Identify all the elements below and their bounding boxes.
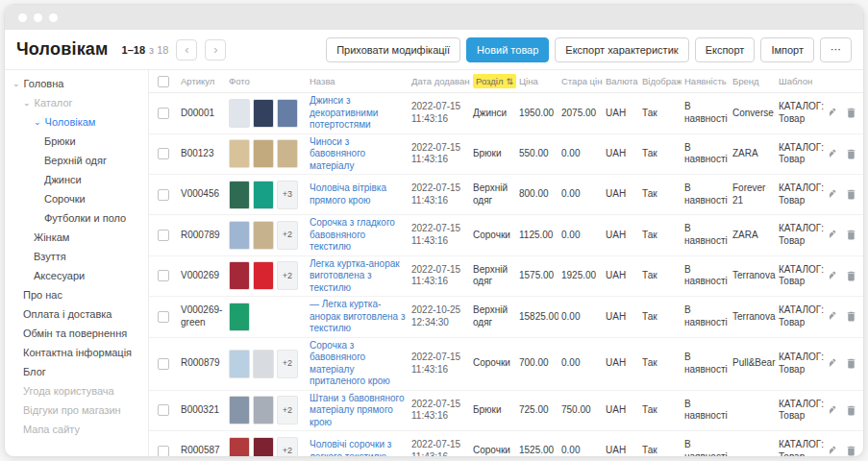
column-header-10[interactable]: Бренд (730, 76, 776, 86)
edit-icon[interactable] (830, 148, 837, 160)
product-photo[interactable] (229, 181, 250, 209)
sidebar-item[interactable]: Мапа сайту (5, 420, 148, 439)
column-header-1[interactable]: Фото (226, 76, 307, 86)
column-header-11[interactable]: Шаблон (776, 76, 830, 86)
product-photo[interactable] (253, 261, 274, 290)
product-name-link[interactable]: Чиноси з бавовняного матеріалу (307, 134, 409, 175)
column-header-0[interactable]: Артикул (178, 76, 226, 86)
delete-icon[interactable] (845, 148, 857, 160)
sidebar-item[interactable]: Про нас (5, 285, 148, 304)
product-photo[interactable] (253, 221, 274, 250)
more-photos-badge[interactable]: +2 (277, 221, 298, 250)
product-photo[interactable] (229, 99, 250, 128)
delete-icon[interactable] (845, 445, 857, 456)
product-name-link[interactable]: Джинси з декоративними потертостями (307, 93, 409, 133)
product-name-link[interactable]: Сорочка з гладкого бавовняного текстилю (307, 215, 409, 255)
new-product-button[interactable]: Новий товар (466, 37, 549, 62)
product-name-link[interactable]: Чоловіча вітрівка прямого крою (307, 181, 409, 208)
row-checkbox[interactable] (158, 270, 169, 281)
row-checkbox[interactable] (158, 230, 169, 241)
sidebar-item[interactable]: Угода користувача (5, 381, 148, 400)
product-photo[interactable] (229, 437, 250, 457)
sidebar-item[interactable]: Оплата і доставка (5, 304, 148, 324)
product-name-link[interactable]: — Легка куртка-анорак виготовлена з текс… (307, 297, 409, 337)
row-checkbox[interactable] (158, 189, 169, 201)
edit-icon[interactable] (830, 445, 837, 456)
product-photo[interactable] (277, 139, 298, 168)
row-checkbox[interactable] (158, 446, 169, 457)
sidebar-item[interactable]: Футболки и поло (5, 208, 148, 228)
row-checkbox[interactable] (158, 311, 169, 323)
sidebar-item[interactable]: Аксесуари (5, 266, 148, 285)
column-header-7[interactable]: Валюта (603, 76, 639, 86)
sidebar-item[interactable]: ⌄Чоловікам (5, 112, 148, 132)
sidebar-item[interactable]: Взуття (5, 247, 148, 266)
hide-modifications-button[interactable]: Приховати модифікації (326, 37, 460, 62)
product-photo[interactable] (253, 99, 274, 128)
select-all-checkbox[interactable] (158, 76, 169, 87)
delete-icon[interactable] (845, 357, 857, 370)
more-photos-badge[interactable]: +3 (277, 181, 298, 209)
sidebar-item[interactable]: Брюки (5, 132, 148, 151)
window-control-dot[interactable] (18, 13, 27, 22)
edit-icon[interactable] (830, 310, 837, 323)
row-checkbox[interactable] (158, 108, 169, 119)
product-photo[interactable] (277, 99, 298, 128)
product-photo[interactable] (229, 221, 250, 250)
product-photo[interactable] (253, 396, 274, 425)
column-header-4[interactable]: Розділ⇅ (470, 74, 516, 88)
product-photo[interactable] (229, 303, 250, 331)
column-header-2[interactable]: Назва (307, 76, 409, 86)
sidebar-item[interactable]: Жінкам (5, 228, 148, 247)
sidebar-item[interactable]: Блог (5, 362, 148, 381)
edit-icon[interactable] (830, 107, 837, 119)
sidebar-item[interactable]: ⌄Головна (5, 74, 148, 93)
more-photos-badge[interactable]: +2 (277, 437, 298, 457)
sidebar-item[interactable]: Сорочки (5, 189, 148, 208)
row-checkbox[interactable] (158, 404, 169, 416)
edit-icon[interactable] (830, 229, 837, 241)
sidebar-item[interactable]: Джинси (5, 170, 148, 189)
product-photo[interactable] (253, 181, 274, 209)
product-name-link[interactable]: Чоловічі сорочки з легкого текстилю (307, 437, 409, 456)
product-photo[interactable] (253, 437, 274, 457)
edit-icon[interactable] (830, 188, 837, 201)
edit-icon[interactable] (830, 404, 837, 417)
product-name-link[interactable]: Сорочка з бавовняного матеріалу притален… (307, 338, 409, 390)
window-control-dot[interactable] (34, 13, 42, 22)
more-photos-badge[interactable]: +2 (277, 261, 298, 290)
sort-icon[interactable]: ⇅ (506, 77, 513, 86)
export-button[interactable]: Експорт (695, 37, 756, 62)
window-control-dot[interactable] (49, 13, 58, 22)
more-actions-button[interactable]: ⋯ (820, 37, 852, 62)
export-characteristics-button[interactable]: Експорт характеристик (555, 37, 688, 62)
delete-icon[interactable] (845, 310, 857, 323)
product-name-link[interactable]: Штани з бавовняного матеріалу прямого кр… (307, 391, 409, 431)
column-header-6[interactable]: Стара ціна (558, 76, 603, 86)
more-photos-badge[interactable]: +2 (277, 350, 298, 378)
product-name-link[interactable]: Легка куртка-анорак виготовлена з тексти… (307, 256, 409, 297)
product-photo[interactable] (229, 350, 250, 378)
sidebar-item[interactable]: Контактна інформація (5, 343, 148, 362)
sidebar-item[interactable]: ⌄Каталог (5, 93, 148, 112)
delete-icon[interactable] (845, 229, 857, 241)
row-checkbox[interactable] (158, 148, 169, 159)
sidebar-item[interactable]: Верхній одяг (5, 151, 148, 170)
sidebar-item[interactable]: Відгуки про магазин (5, 400, 148, 420)
product-photo[interactable] (229, 261, 250, 290)
column-header-5[interactable]: Ціна (516, 76, 558, 86)
delete-icon[interactable] (845, 107, 857, 119)
edit-icon[interactable] (830, 270, 837, 282)
product-photo[interactable] (253, 350, 274, 378)
column-header-3[interactable]: Дата додавання (409, 76, 470, 86)
column-header-9[interactable]: Наявність (682, 76, 730, 86)
import-button[interactable]: Імпорт (760, 37, 814, 62)
delete-icon[interactable] (845, 270, 857, 282)
product-photo[interactable] (253, 139, 274, 168)
product-photo[interactable] (229, 396, 250, 425)
edit-icon[interactable] (830, 357, 837, 370)
delete-icon[interactable] (845, 188, 857, 201)
prev-page-button[interactable]: ‹ (176, 39, 197, 61)
row-checkbox[interactable] (158, 358, 169, 370)
delete-icon[interactable] (845, 404, 857, 417)
